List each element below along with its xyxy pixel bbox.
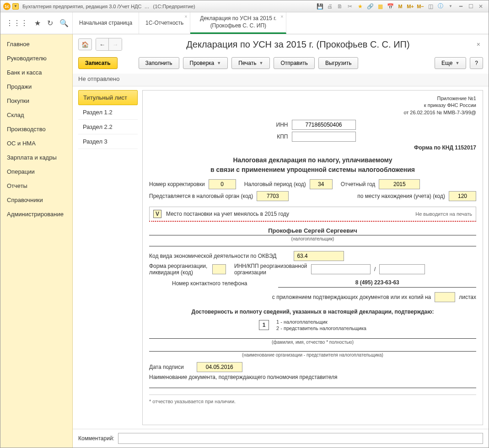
star-icon[interactable]: ★ bbox=[356, 2, 364, 11]
topbar-tools: ⋮⋮⋮ ★ ↻ 🔍 bbox=[0, 12, 73, 34]
check-button[interactable]: Проверка▼ bbox=[183, 57, 228, 69]
place-label: по месту нахождения (учета) (код) bbox=[357, 193, 445, 199]
correction-input[interactable] bbox=[209, 179, 236, 189]
place-input[interactable] bbox=[449, 191, 476, 201]
minimize-icon[interactable]: ━ bbox=[457, 2, 465, 11]
confirm-title: Достоверность и полноту сведений, указан… bbox=[149, 309, 476, 315]
info-dropdown-icon[interactable]: ▼ bbox=[446, 2, 455, 11]
divider bbox=[149, 338, 476, 339]
status-bar: Не отправлено bbox=[73, 74, 489, 86]
apps-icon[interactable]: ⋮⋮⋮ bbox=[6, 19, 28, 27]
doc-icon[interactable]: 🗎 bbox=[336, 2, 344, 11]
registration-changed-checkbox[interactable]: V bbox=[153, 210, 161, 218]
home-button[interactable]: 🏠 bbox=[78, 38, 92, 50]
more-button[interactable]: Еще▼ bbox=[435, 57, 466, 69]
print-button[interactable]: Печать▼ bbox=[231, 57, 270, 69]
sidebar-item[interactable]: Покупки bbox=[0, 94, 72, 108]
confirm-row: 1 1 - налогоплательщик 2 - представитель… bbox=[149, 319, 476, 332]
confirm-value-box[interactable]: 1 bbox=[259, 320, 269, 330]
link-icon[interactable]: 🔗 bbox=[366, 2, 374, 11]
section-1-2[interactable]: Раздел 1.2 bbox=[78, 105, 138, 120]
sidebar-item[interactable]: Руководителю bbox=[0, 51, 72, 65]
reorg-inn-label: ИНН/КПП реорганизованной организации bbox=[234, 263, 307, 276]
comment-input[interactable] bbox=[118, 433, 483, 444]
close-window-icon[interactable]: ✕ bbox=[477, 2, 485, 11]
toolbar: Записать Заполнить Проверка▼ Печать▼ Отп… bbox=[73, 54, 489, 74]
tab-declaration[interactable]: Декларация по УСН за 2015 г. (Прокофьев … bbox=[190, 12, 286, 34]
section-3[interactable]: Раздел 3 bbox=[78, 134, 138, 149]
sidebar-item[interactable]: Склад bbox=[0, 108, 72, 122]
nav-group: ← → bbox=[96, 38, 122, 51]
app-context: (1С:Предприятие) bbox=[153, 4, 195, 9]
inn-input[interactable] bbox=[292, 120, 356, 130]
phone-value[interactable]: 8 (495) 223-63-63 bbox=[278, 279, 476, 288]
sidebar-item[interactable]: Администрирование bbox=[0, 207, 72, 221]
section-title-page[interactable]: Титульный лист bbox=[78, 90, 138, 105]
favorites-icon[interactable]: ★ bbox=[34, 19, 41, 27]
pages-post-label: листах bbox=[459, 294, 476, 300]
send-button[interactable]: Отправить bbox=[274, 57, 315, 69]
registration-changed-row: V Место постановки на учет менялось в 20… bbox=[149, 207, 476, 222]
m-icon[interactable]: M bbox=[396, 2, 404, 11]
divider bbox=[149, 351, 476, 352]
reorg-row: Форма реорганизации, ликвидация (код) ИН… bbox=[149, 263, 476, 276]
sidebar-item[interactable]: Справочники bbox=[0, 193, 72, 207]
tab-close-icon[interactable]: × bbox=[281, 14, 284, 19]
organ-input[interactable] bbox=[257, 191, 289, 201]
print-icon[interactable]: 🖨 bbox=[326, 2, 334, 11]
sidebar-item[interactable]: Банк и касса bbox=[0, 65, 72, 80]
section-2-2[interactable]: Раздел 2.2 bbox=[78, 120, 138, 134]
kpp-row: КПП bbox=[149, 132, 476, 142]
sidebar-item[interactable]: ОС и НМА bbox=[0, 136, 72, 150]
sidebar-item[interactable]: Главное bbox=[0, 37, 72, 51]
info-icon[interactable]: ⓘ bbox=[436, 2, 445, 11]
kpp-input[interactable] bbox=[292, 132, 356, 142]
sidebar: Главное Руководителю Банк и касса Продаж… bbox=[0, 34, 73, 448]
help-button[interactable]: ? bbox=[470, 57, 483, 69]
comment-row: Комментарий: bbox=[73, 429, 489, 448]
pages-input[interactable] bbox=[435, 292, 455, 302]
pages-pre-label: с приложением подтверждающих документов … bbox=[272, 294, 431, 300]
search-icon[interactable]: 🔍 bbox=[59, 19, 69, 27]
period-label: Налоговый период (код) bbox=[244, 181, 306, 187]
sidebar-item[interactable]: Операции bbox=[0, 165, 72, 179]
panel-icon[interactable]: ◫ bbox=[426, 2, 435, 11]
sidebar-item[interactable]: Зарплата и кадры bbox=[0, 150, 72, 165]
m-minus-icon[interactable]: M− bbox=[416, 2, 425, 11]
correction-row: Номер корректировки Налоговый период (ко… bbox=[149, 179, 476, 189]
period-input[interactable] bbox=[310, 179, 333, 189]
forward-button[interactable]: → bbox=[109, 38, 122, 50]
year-input[interactable] bbox=[379, 179, 420, 189]
calendar-icon[interactable]: 📅 bbox=[386, 2, 394, 11]
reorg-inn-input[interactable] bbox=[311, 264, 371, 274]
sidebar-item[interactable]: Производство bbox=[0, 122, 72, 136]
reorg-kpp-input[interactable] bbox=[379, 264, 425, 274]
tab-reporting[interactable]: 1С-Отчетность× bbox=[139, 12, 190, 34]
okved-input[interactable] bbox=[294, 251, 344, 261]
m-plus-icon[interactable]: M+ bbox=[406, 2, 414, 11]
sidebar-item[interactable]: Отчеты bbox=[0, 179, 72, 193]
sidebar-item[interactable]: Продажи bbox=[0, 80, 72, 94]
app-icon: 1c bbox=[3, 3, 11, 10]
appendix-info: Приложение №1 к приказу ФНС России от 26… bbox=[149, 95, 476, 116]
org-note: (наименование организации - представител… bbox=[149, 352, 476, 357]
app-menu-dropdown[interactable]: ▼ bbox=[12, 3, 19, 10]
export-button[interactable]: Выгрузить bbox=[318, 57, 359, 69]
save-button[interactable]: Записать bbox=[78, 57, 118, 69]
reorg-code-input[interactable] bbox=[212, 264, 226, 274]
tab-close-icon[interactable]: × bbox=[185, 14, 188, 19]
calc-icon[interactable]: ▦ bbox=[376, 2, 384, 11]
confirm-legend: 1 - налогоплательщик 2 - представитель н… bbox=[276, 319, 366, 332]
save-icon[interactable]: 💾 bbox=[316, 2, 324, 11]
form-area: Приложение №1 к приказу ФНС России от 26… bbox=[142, 90, 483, 425]
tab-home[interactable]: Начальная страница bbox=[73, 12, 139, 34]
maximize-icon[interactable]: ☐ bbox=[467, 2, 475, 11]
cut-icon[interactable]: ✂ bbox=[346, 2, 354, 11]
sign-date-input[interactable] bbox=[197, 362, 242, 372]
history-icon[interactable]: ↻ bbox=[47, 19, 53, 27]
page-close-icon[interactable]: × bbox=[474, 41, 483, 48]
divider bbox=[149, 246, 476, 246]
fill-button[interactable]: Заполнить bbox=[139, 57, 179, 69]
back-button[interactable]: ← bbox=[96, 38, 109, 50]
declaration-title: Налоговая декларация по налогу, уплачива… bbox=[149, 155, 476, 175]
